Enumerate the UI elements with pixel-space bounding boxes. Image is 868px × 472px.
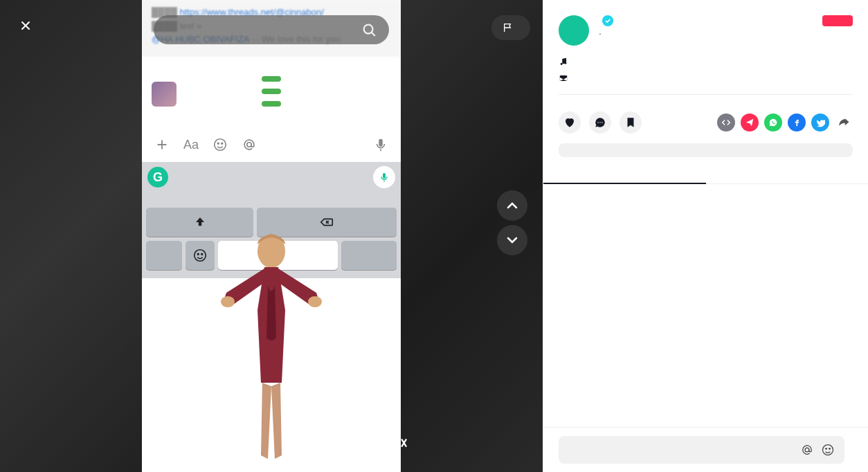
svg-point-4 (247, 143, 251, 147)
prediction-bar: G (142, 162, 401, 192)
svg-point-11 (221, 296, 235, 307)
close-button[interactable] (12, 12, 39, 39)
twitter-icon (815, 118, 825, 127)
video-url (559, 143, 831, 157)
emoji-icon (213, 137, 228, 152)
mute-button[interactable] (385, 429, 413, 457)
search-icon (361, 22, 377, 37)
twitter-button[interactable] (811, 114, 829, 131)
svg-point-9 (201, 253, 203, 255)
template-link[interactable] (559, 73, 853, 83)
search-bar[interactable] (154, 15, 389, 44)
mic-icon (373, 137, 388, 152)
send-icon (745, 118, 754, 127)
tabs (543, 167, 868, 184)
svg-point-20 (823, 445, 833, 455)
tab-creator-videos[interactable] (706, 167, 869, 183)
facebook-icon (792, 118, 802, 127)
font-icon: Aa (183, 138, 199, 152)
return-key (341, 241, 397, 270)
capcut-icon (559, 73, 568, 83)
share-button[interactable] (835, 114, 853, 131)
keyboard-mic-button (373, 166, 395, 188)
facebook-button[interactable] (788, 114, 806, 131)
svg-rect-6 (383, 173, 386, 179)
video-content: ████ https://www.threads.net/@cinnabon/ … (142, 0, 401, 472)
heart-icon (563, 116, 576, 129)
svg-point-19 (805, 448, 809, 452)
meme-person-overlay (213, 227, 330, 462)
emoji-icon[interactable] (821, 443, 835, 457)
report-button[interactable] (491, 15, 530, 40)
video-caption (262, 73, 281, 110)
svg-point-14 (564, 62, 566, 64)
nav-down-button[interactable] (497, 225, 527, 255)
svg-point-22 (829, 448, 831, 450)
comment-input[interactable] (559, 436, 844, 464)
like-button[interactable] (559, 111, 581, 134)
caption-line-2 (262, 89, 281, 94)
bookmark-icon (624, 116, 637, 129)
comment-icon (594, 116, 606, 129)
number-key (146, 241, 182, 270)
svg-point-16 (597, 122, 599, 123)
link-row (559, 143, 853, 157)
plus-icon (154, 137, 170, 152)
grammarly-keyboard-icon: G (147, 167, 168, 188)
svg-point-12 (308, 296, 322, 307)
svg-point-0 (364, 25, 373, 34)
tab-comments[interactable] (543, 167, 706, 183)
sender-avatar (152, 82, 177, 107)
caption-line-1 (262, 76, 281, 82)
flag-icon (503, 22, 514, 33)
compose-placeholder (142, 114, 401, 130)
svg-point-17 (599, 122, 601, 123)
mute-icon (389, 433, 408, 453)
sound-link[interactable] (559, 57, 853, 66)
embed-button[interactable] (717, 114, 735, 131)
svg-point-7 (195, 250, 206, 262)
svg-point-18 (602, 122, 603, 123)
svg-point-13 (561, 63, 563, 65)
video-player-area: ████ https://www.threads.net/@cinnabon/ … (0, 0, 543, 472)
add-comment-bar (543, 427, 868, 472)
mention-icon[interactable] (800, 443, 814, 457)
comment-button[interactable] (589, 111, 611, 134)
svg-rect-5 (379, 139, 383, 147)
sidebar: · (543, 0, 868, 472)
verified-icon (602, 15, 613, 26)
music-icon (559, 57, 568, 66)
svg-point-2 (217, 143, 219, 144)
svg-point-21 (826, 448, 827, 450)
share-icon (837, 116, 851, 129)
action-bar (543, 111, 868, 134)
author-avatar[interactable] (559, 15, 589, 46)
send-button[interactable] (741, 114, 759, 131)
post-header: · (543, 0, 868, 111)
chevron-up-icon (504, 197, 521, 214)
svg-point-3 (221, 143, 223, 144)
save-button[interactable] (620, 111, 642, 134)
comments-list (543, 184, 868, 427)
nav-up-button[interactable] (497, 190, 527, 221)
svg-point-8 (197, 253, 199, 255)
embed-icon (721, 118, 731, 127)
chevron-down-icon (504, 232, 521, 248)
mention-icon (242, 137, 257, 152)
follow-button[interactable] (822, 15, 853, 26)
compose-toolbar: Aa (142, 130, 401, 162)
whatsapp-icon (768, 118, 778, 127)
whatsapp-button[interactable] (764, 114, 782, 131)
caption-line-3 (262, 101, 281, 107)
svg-point-1 (215, 139, 226, 151)
copy-link-button[interactable] (831, 143, 853, 157)
emoji-key (186, 241, 215, 270)
